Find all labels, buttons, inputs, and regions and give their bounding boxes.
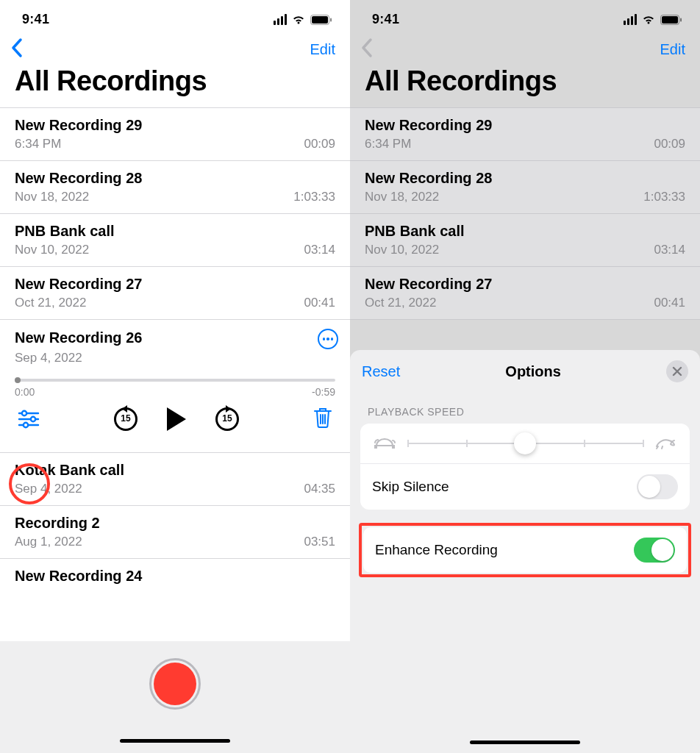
elapsed-time: 0:00 [15, 386, 35, 398]
recording-name: New Recording 28 [365, 170, 685, 190]
rabbit-icon [653, 434, 678, 453]
list-item: New Recording 28 Nov 18, 20221:03:33 [350, 161, 700, 214]
playback-speed-label: PLAYBACK SPEED [350, 388, 700, 424]
delete-button[interactable] [313, 407, 332, 432]
recording-duration: 04:35 [304, 482, 335, 496]
list-item[interactable]: Kotak Bank call Sep 4, 202204:35 [0, 453, 350, 506]
recording-date: Nov 18, 2022 [365, 190, 439, 204]
skip-silence-toggle[interactable] [637, 474, 678, 499]
close-button[interactable] [666, 360, 688, 382]
svg-rect-14 [680, 18, 682, 21]
recording-name: New Recording 29 [15, 117, 335, 137]
playback-speed-slider[interactable] [407, 436, 643, 451]
recording-name: Recording 2 [15, 515, 335, 535]
skip-back-15-button[interactable]: 15 [114, 407, 138, 431]
slider-thumb[interactable] [514, 432, 536, 454]
list-item: New Recording 27 Oct 21, 202200:41 [350, 267, 700, 320]
svg-rect-1 [312, 16, 328, 24]
recording-date: Sep 4, 2022 [0, 351, 350, 379]
svg-point-7 [31, 417, 35, 421]
phone-left: 9:41 Edit All Recordings New Recording 2… [0, 0, 350, 753]
recording-duration: 00:41 [304, 296, 335, 310]
recording-duration: 03:14 [654, 243, 685, 257]
svg-rect-2 [330, 18, 332, 21]
cellular-icon [624, 14, 637, 25]
home-indicator[interactable] [470, 740, 580, 744]
turtle-icon [372, 434, 397, 453]
recording-name: New Recording 27 [15, 276, 335, 296]
recording-name: New Recording 28 [15, 170, 335, 190]
skip-silence-label: Skip Silence [372, 479, 449, 495]
recording-name: PNB Bank call [15, 223, 335, 243]
recording-date: Nov 10, 2022 [15, 243, 89, 257]
wifi-icon [641, 14, 656, 25]
recording-name: Kotak Bank call [15, 462, 335, 482]
recording-duration: 00:41 [654, 296, 685, 310]
recording-name: PNB Bank call [365, 223, 685, 243]
recording-duration: 00:09 [654, 137, 685, 151]
list-item: PNB Bank call Nov 10, 202203:14 [350, 214, 700, 267]
edit-button[interactable]: Edit [660, 41, 685, 58]
more-button[interactable] [318, 329, 338, 349]
svg-rect-13 [662, 16, 678, 24]
back-button[interactable] [360, 38, 374, 61]
recording-name: New Recording 26 [15, 329, 142, 349]
wifi-icon [291, 14, 306, 25]
recording-duration: 1:03:33 [293, 190, 335, 204]
recording-name: New Recording 27 [365, 276, 685, 296]
list-item[interactable]: New Recording 29 6:34 PM00:09 [0, 108, 350, 161]
recording-duration: 1:03:33 [643, 190, 685, 204]
options-title: Options [505, 363, 561, 380]
options-button[interactable] [18, 410, 40, 429]
recording-name: New Recording 29 [365, 117, 685, 137]
home-indicator[interactable] [120, 739, 230, 743]
list-item[interactable]: Recording 2 Aug 1, 202203:51 [0, 506, 350, 559]
remaining-time: -0:59 [312, 386, 335, 398]
enhance-recording-toggle[interactable] [634, 538, 675, 563]
annotation-box: Enhance Recording [359, 523, 691, 577]
recording-date: Oct 21, 2022 [365, 296, 436, 310]
recording-name: New Recording 24 [15, 568, 142, 584]
status-bar: 9:41 [350, 0, 700, 30]
list-item[interactable]: New Recording 27 Oct 21, 202200:41 [0, 267, 350, 320]
svg-point-8 [24, 423, 28, 427]
playback-scrubber[interactable]: 0:00 -0:59 [0, 379, 350, 398]
list-item[interactable]: New Recording 24 [0, 559, 350, 585]
record-button[interactable] [149, 658, 201, 710]
playback-controls: 15 15 [0, 398, 350, 440]
recording-date: Sep 4, 2022 [15, 482, 82, 496]
record-bar [0, 641, 350, 753]
recording-date: Oct 21, 2022 [15, 296, 86, 310]
recording-duration: 03:14 [304, 243, 335, 257]
recording-duration: 00:09 [304, 137, 335, 151]
list-item[interactable]: PNB Bank call Nov 10, 202203:14 [0, 214, 350, 267]
battery-icon [660, 15, 682, 25]
status-icons [274, 14, 332, 25]
options-sheet: Reset Options PLAYBACK SPEED [350, 350, 700, 753]
play-button[interactable] [167, 407, 186, 431]
status-time: 9:41 [372, 12, 399, 27]
skip-forward-15-button[interactable]: 15 [215, 407, 239, 431]
list-item[interactable]: New Recording 28 Nov 18, 20221:03:33 [0, 161, 350, 214]
page-title: All Recordings [350, 64, 700, 107]
recording-date: Nov 10, 2022 [365, 243, 439, 257]
playback-card: Skip Silence [360, 424, 690, 510]
svg-point-6 [22, 411, 26, 415]
nav-bar: Edit [0, 30, 350, 64]
enhance-recording-label: Enhance Recording [375, 542, 498, 558]
nav-bar: Edit [350, 30, 700, 64]
status-icons [624, 14, 682, 25]
status-time: 9:41 [22, 12, 49, 27]
list-item: New Recording 29 6:34 PM00:09 [350, 108, 700, 161]
battery-icon [310, 15, 332, 25]
list-item-expanded[interactable]: New Recording 26 Sep 4, 2022 0:00 -0:59 … [0, 320, 350, 453]
recording-date: Nov 18, 2022 [15, 190, 89, 204]
recording-date: 6:34 PM [365, 137, 411, 151]
recording-date: 6:34 PM [15, 137, 61, 151]
recording-date: Aug 1, 2022 [15, 535, 82, 549]
edit-button[interactable]: Edit [310, 41, 335, 58]
phone-right: 9:41 Edit All Recordings New Recording 2… [350, 0, 700, 753]
cellular-icon [274, 14, 287, 25]
reset-button[interactable]: Reset [362, 363, 400, 380]
back-button[interactable] [10, 38, 24, 61]
